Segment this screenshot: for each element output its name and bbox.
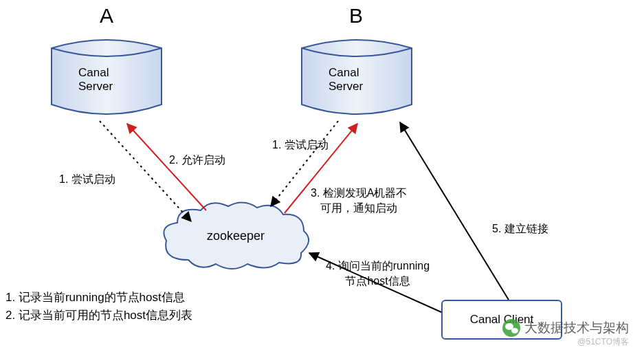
- node-a-server: Canal Server: [50, 36, 163, 118]
- watermark-sub: @51CTO博客: [577, 336, 629, 348]
- footnote-1: 1. 记录当前running的节点host信息: [5, 289, 185, 307]
- label-b-detect: 3. 检测发现A机器不 可用，通知启动: [311, 186, 407, 217]
- node-a-label: Canal Server: [78, 66, 135, 94]
- label-b-try: 1. 尝试启动: [272, 138, 329, 153]
- node-b-label: Canal Server: [329, 66, 385, 94]
- node-b-title: B: [349, 4, 363, 28]
- label-client-query: 4. 询问当前的running 节点host信息: [326, 258, 430, 289]
- watermark-main: 大数据技术与架构: [502, 319, 629, 337]
- label-b-detect-line2: 可用，通知启动: [311, 201, 407, 216]
- watermark-main-text: 大数据技术与架构: [524, 319, 629, 337]
- label-a-try: 1. 尝试启动: [59, 172, 115, 187]
- zookeeper-label: zookeeper: [207, 229, 265, 243]
- node-zookeeper: zookeeper: [157, 198, 315, 272]
- label-b-detect-line1: 3. 检测发现A机器不: [311, 186, 407, 201]
- label-a-allow: 2. 允许启动: [169, 153, 225, 168]
- node-b-server: Canal Server: [300, 36, 413, 118]
- label-client-connect: 5. 建立链接: [492, 221, 548, 236]
- footnote-2: 2. 记录当前可用的节点host信息列表: [5, 307, 192, 324]
- node-a-title: A: [100, 4, 113, 28]
- wechat-icon: [502, 319, 520, 337]
- label-client-query-line1: 4. 询问当前的running: [326, 258, 430, 274]
- label-client-query-line2: 节点host信息: [326, 274, 430, 289]
